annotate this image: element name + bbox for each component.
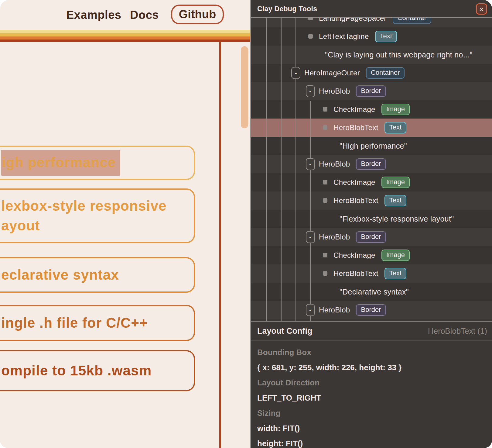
leaf-bullet-icon (308, 18, 313, 20)
tree-text-preview-row[interactable]: "Flexbox-style responsive layout" (251, 210, 492, 228)
layout-config-header: Layout Config HeroBlobText (1) (251, 322, 492, 340)
element-text-content: "Flexbox-style responsive layout" (340, 210, 454, 228)
leaf-bullet-icon (308, 34, 313, 39)
page-scrollbar[interactable] (241, 46, 248, 128)
landing-page: Examples Docs Github igh performancelexb… (0, 0, 250, 448)
top-navigation: Examples Docs Github (0, 0, 250, 30)
nav-link-examples[interactable]: Examples (66, 0, 121, 30)
gradient-stripe (0, 36, 250, 40)
layout-config-body: Bounding Box{ x: 681, y: 255, width: 226… (251, 341, 492, 448)
app-window: Examples Docs Github igh performancelexb… (0, 0, 492, 448)
gradient-stripe (0, 40, 250, 42)
tree-element-row[interactable]: -HeroImageOuterContainer (251, 64, 492, 82)
element-name: CheckImage (333, 251, 375, 260)
tree-text-preview-row[interactable]: "Declarative syntax" (251, 283, 492, 301)
element-name: HeroBlobText (333, 123, 378, 132)
element-type-badge: Border (356, 231, 386, 243)
leaf-bullet-icon (323, 271, 327, 276)
tree-element-row[interactable]: -HeroBlobBorder (251, 155, 492, 173)
config-field-label: Bounding Box (257, 345, 492, 360)
config-field-value: { x: 681, y: 255, width: 226, height: 33… (257, 360, 492, 375)
tree-element-row[interactable]: HeroBlobTextText (251, 264, 492, 283)
debug-panel-header: Clay Debug Tools x (251, 0, 492, 18)
tree-element-row[interactable]: -HeroBlobBorder (251, 228, 492, 246)
config-field-value: LEFT_TO_RIGHT (257, 390, 492, 405)
config-field-label: Layout Direction (257, 375, 492, 390)
hero-feature-box: ompile to 15kb .wasm (0, 350, 195, 391)
collapse-toggle-icon[interactable]: - (306, 231, 315, 243)
tree-text-preview-row[interactable]: "High performance" (251, 137, 492, 155)
collapse-toggle-icon[interactable]: - (306, 85, 315, 97)
hero-feature-text: lexbox-style responsive (1, 196, 194, 216)
element-type-badge: Container (366, 67, 405, 79)
hero-feature-box: igh performance (0, 146, 195, 180)
element-type-badge: Text (375, 31, 397, 42)
hero-feature-text: ingle .h file for C/C++ (1, 313, 194, 333)
hero-feature-box: lexbox-style responsiveayout (0, 188, 195, 243)
collapse-toggle-icon[interactable]: - (306, 158, 315, 170)
element-type-badge: Text (384, 195, 406, 206)
nav-link-docs[interactable]: Docs (130, 0, 159, 30)
hero-feature-box: ingle .h file for C/C++ (0, 305, 195, 341)
close-icon[interactable]: x (476, 3, 487, 15)
leaf-bullet-icon (323, 180, 327, 184)
hero-feature-text: eclarative syntax (1, 265, 194, 285)
debug-panel-title: Clay Debug Tools (257, 0, 317, 18)
element-type-badge: Image (381, 177, 410, 188)
element-text-content: "High performance" (340, 137, 407, 155)
clay-debug-panel: LandingPageSpacerContainerLeftTextTaglin… (250, 0, 492, 448)
element-type-badge: Image (381, 104, 410, 115)
tree-guide-line (310, 101, 311, 322)
debug-selection-highlight: igh performance (1, 150, 120, 176)
hero-feature-box: eclarative syntax (0, 257, 195, 293)
tree-element-row[interactable]: CheckImageImage (251, 246, 492, 264)
collapse-toggle-icon[interactable]: - (291, 67, 300, 79)
element-name: HeroBlobText (333, 269, 378, 278)
config-field-value: width: FIT() (257, 421, 492, 436)
element-type-badge: Image (381, 250, 410, 261)
layout-config-title: Layout Config (257, 326, 312, 336)
github-button[interactable]: Github (171, 5, 224, 24)
config-field-value: height: FIT() (257, 436, 492, 448)
tree-element-row[interactable]: CheckImageImage (251, 173, 492, 191)
leaf-bullet-icon (323, 107, 327, 112)
hero-feature-text: ayout (1, 216, 194, 236)
config-field-label: Sizing (257, 405, 492, 421)
element-type-badge: Border (356, 85, 386, 97)
element-name: HeroImageOuter (304, 69, 360, 77)
gradient-stripe (0, 33, 250, 36)
element-type-badge: Border (356, 158, 386, 170)
element-name: HeroBlob (319, 233, 350, 241)
leaf-bullet-icon (323, 125, 327, 130)
tree-element-row[interactable]: LeftTextTaglineText (251, 27, 492, 46)
element-type-badge: Container (393, 18, 431, 24)
tree-element-row[interactable]: -HeroBlobBorder (251, 82, 492, 100)
gradient-stripe (0, 30, 250, 33)
element-text-content: "Declarative syntax" (340, 283, 409, 301)
leaf-bullet-icon (323, 253, 327, 257)
tree-element-row[interactable]: HeroBlobTextText (251, 119, 492, 137)
selected-element-label: HeroBlobText (1) (428, 326, 487, 336)
element-name: CheckImage (333, 105, 375, 114)
element-type-badge: Border (356, 304, 386, 316)
element-name: HeroBlobText (333, 196, 378, 205)
element-text-content: "Clay is laying out this webpage right n… (325, 46, 473, 64)
element-name: HeroBlob (319, 87, 350, 95)
element-name: HeroBlob (319, 160, 350, 168)
hero-feature-text: igh performance (1, 150, 194, 176)
leaf-bullet-icon (323, 198, 327, 203)
tree-element-row[interactable]: LandingPageSpacerContainer (251, 18, 492, 27)
tree-text-preview-row[interactable]: "Clay is laying out this webpage right n… (251, 46, 492, 64)
tree-element-row[interactable]: CheckImageImage (251, 100, 492, 119)
hero-feature-text: ompile to 15kb .wasm (1, 361, 194, 381)
collapse-toggle-icon[interactable]: - (306, 304, 315, 316)
element-name: LeftTextTagline (319, 32, 369, 41)
tree-element-row[interactable]: HeroBlobTextText (251, 191, 492, 210)
element-tree: LandingPageSpacerContainerLeftTextTaglin… (251, 18, 492, 322)
tree-guide-line (281, 18, 282, 322)
vertical-divider (219, 42, 221, 448)
element-name: LandingPageSpacer (319, 18, 387, 22)
tree-element-row[interactable]: -HeroBlobBorder (251, 301, 492, 319)
element-type-badge: Text (384, 122, 406, 133)
element-name: HeroBlob (319, 306, 350, 314)
